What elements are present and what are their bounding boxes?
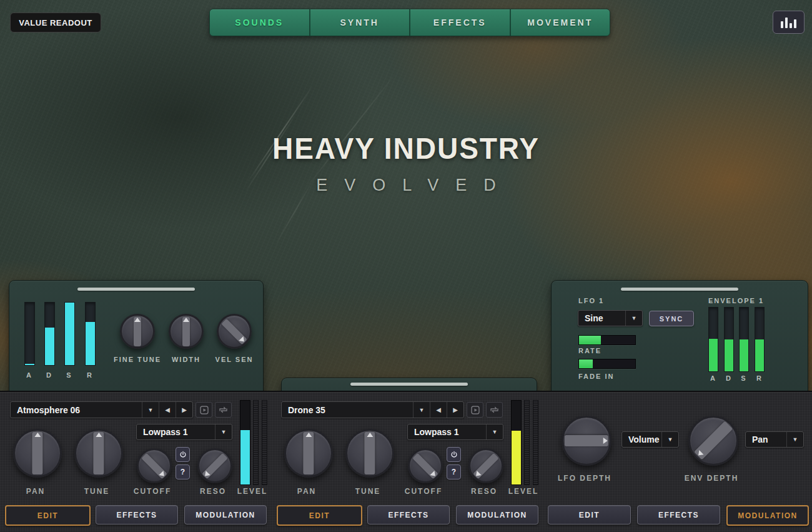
release-label: R [87, 371, 93, 379]
instrument-subtitle: EVOLVED [0, 176, 812, 195]
channel2-level-label: LEVEL [508, 487, 539, 496]
channel2-edit-tab[interactable]: EDIT [277, 505, 362, 526]
channel2-reso-label: RESO [471, 487, 497, 496]
channel1-loop-button[interactable] [215, 402, 232, 418]
channel2-tune-knob[interactable] [345, 429, 394, 478]
vel-sen-knob[interactable] [217, 314, 252, 349]
knob-pointer [32, 432, 42, 474]
next-preset-button[interactable]: ▶ [447, 402, 463, 418]
tab-synth[interactable]: SYNTH [309, 9, 410, 36]
tab-sounds[interactable]: SOUNDS [210, 9, 309, 36]
panel-drag-handle[interactable] [77, 288, 195, 291]
lfo-target-select[interactable]: Volume ▼ [621, 431, 679, 448]
channel1-cutoff-knob[interactable] [137, 448, 172, 483]
channel1-filter-select[interactable]: Lowpass 1 ▼ [136, 424, 232, 440]
meter-view-button[interactable] [773, 11, 805, 34]
channel1-level-meter[interactable] [240, 400, 250, 485]
main-tab-bar: SOUNDS SYNTH EFFECTS MOVEMENT [209, 9, 610, 36]
chevron-down-icon: ▼ [625, 311, 642, 326]
channel2-modulation-tab[interactable]: MODULATION [456, 505, 538, 524]
channel1-preview-button[interactable] [196, 402, 212, 418]
channel1-modulation-tab[interactable]: MODULATION [184, 505, 267, 524]
prev-preset-button[interactable]: ◀ [430, 402, 447, 418]
channel1-effects-tab[interactable]: EFFECTS [96, 505, 178, 524]
sustain-slider[interactable] [64, 302, 75, 366]
channel2-effects-tab[interactable]: EFFECTS [367, 505, 450, 524]
rate-label: RATE [578, 347, 602, 354]
channel1-edit-tab[interactable]: EDIT [5, 505, 91, 526]
attack-slider[interactable] [24, 302, 35, 366]
tab-effects[interactable]: EFFECTS [409, 9, 510, 36]
value-readout-button[interactable]: VALUE READOUT [10, 13, 101, 33]
channel2-level-meter[interactable] [511, 400, 522, 485]
slider-fill [25, 364, 34, 365]
tab-movement[interactable]: MOVEMENT [510, 9, 610, 36]
env-depth-knob[interactable] [688, 416, 738, 466]
lfo-section-label: LFO 1 [578, 297, 604, 304]
channel2-help-button[interactable]: ? [447, 464, 461, 479]
channel2-loop-button[interactable] [486, 402, 503, 418]
channel2-pan-knob[interactable] [284, 429, 333, 478]
fine-tune-knob[interactable] [120, 314, 155, 349]
release-slider[interactable] [85, 302, 96, 366]
knob-pointer [141, 453, 167, 479]
mod-effects-tab[interactable]: EFFECTS [637, 505, 720, 524]
play-icon [471, 406, 480, 414]
slider-fill [709, 339, 718, 371]
chevron-down-icon: ▼ [215, 424, 232, 439]
decay-slider[interactable] [44, 302, 55, 366]
play-icon [200, 406, 209, 414]
knob-pointer [182, 317, 190, 346]
sync-button[interactable]: SYNC [649, 311, 694, 326]
lfo-depth-knob[interactable] [562, 416, 611, 466]
amp-envelope-panel: A D S R FINE TUNE WIDTH VEL SEN [9, 280, 264, 406]
env-attack-label: A [710, 374, 716, 382]
channel1-filter-power-button[interactable] [176, 447, 190, 462]
channel2-cutoff-knob[interactable] [408, 448, 443, 483]
lfo-waveform-value: Sine [578, 311, 625, 326]
channel1-preset-select[interactable]: Atmosphere 06 ▼ ◀ ▶ [10, 401, 193, 418]
meter-scale-ticks [524, 400, 538, 484]
channel1-help-button[interactable]: ? [176, 464, 190, 479]
chevron-down-icon: ▼ [486, 424, 503, 439]
env-decay-slider[interactable] [724, 307, 734, 372]
mod-edit-tab[interactable]: EDIT [548, 505, 631, 524]
channel1-tune-knob[interactable] [74, 429, 123, 478]
lfo-rate-slider[interactable] [578, 335, 636, 345]
bottom-control-bar: Atmosphere 06 ▼ ◀ ▶ LEVEL Lowpass 1 ▼ [0, 391, 812, 532]
plugin-window: VALUE READOUT SOUNDS SYNTH EFFECTS MOVEM… [0, 0, 812, 532]
env-release-slider[interactable] [755, 307, 765, 372]
chevron-down-icon[interactable]: ▼ [413, 402, 430, 418]
env-sustain-slider[interactable] [739, 307, 749, 372]
width-knob[interactable] [169, 314, 204, 349]
prev-preset-button[interactable]: ◀ [159, 402, 176, 418]
channel1-pan-knob[interactable] [13, 429, 62, 478]
channel2-filter-power-button[interactable] [447, 447, 461, 462]
channel2-preview-button[interactable] [467, 402, 483, 418]
slider-fill [755, 339, 764, 371]
channel2-filter-select[interactable]: Lowpass 1 ▼ [407, 424, 503, 440]
knob-pointer [694, 421, 733, 460]
chevron-down-icon[interactable]: ▼ [142, 402, 159, 418]
next-preset-button[interactable]: ▶ [176, 402, 192, 418]
sustain-label: S [66, 371, 72, 379]
knob-pointer [565, 435, 608, 446]
channel1-tune-label: TUNE [84, 487, 110, 496]
lfo-fade-in-slider[interactable] [578, 359, 636, 369]
channel2-reso-knob[interactable] [468, 448, 503, 483]
panel-drag-handle[interactable] [621, 288, 738, 291]
slider-fill [65, 303, 74, 365]
channel2-preset-select[interactable]: Drone 35 ▼ ◀ ▶ [281, 401, 464, 418]
knob-pointer [221, 318, 247, 344]
meter-scale-ticks [253, 400, 267, 484]
slider-fill [579, 336, 601, 344]
lfo-waveform-select[interactable]: Sine ▼ [578, 310, 643, 326]
channel1-reso-knob[interactable] [197, 448, 232, 483]
channel2-preset-name: Drone 35 [282, 402, 413, 418]
env-target-select[interactable]: Pan ▼ [745, 431, 804, 448]
env-target-value: Pan [746, 432, 786, 447]
env-attack-slider[interactable] [708, 307, 718, 372]
mod-modulation-tab[interactable]: MODULATION [726, 505, 809, 526]
panel-drag-handle[interactable] [350, 383, 468, 386]
envelope-section-label: ENVELOPE 1 [708, 297, 764, 304]
